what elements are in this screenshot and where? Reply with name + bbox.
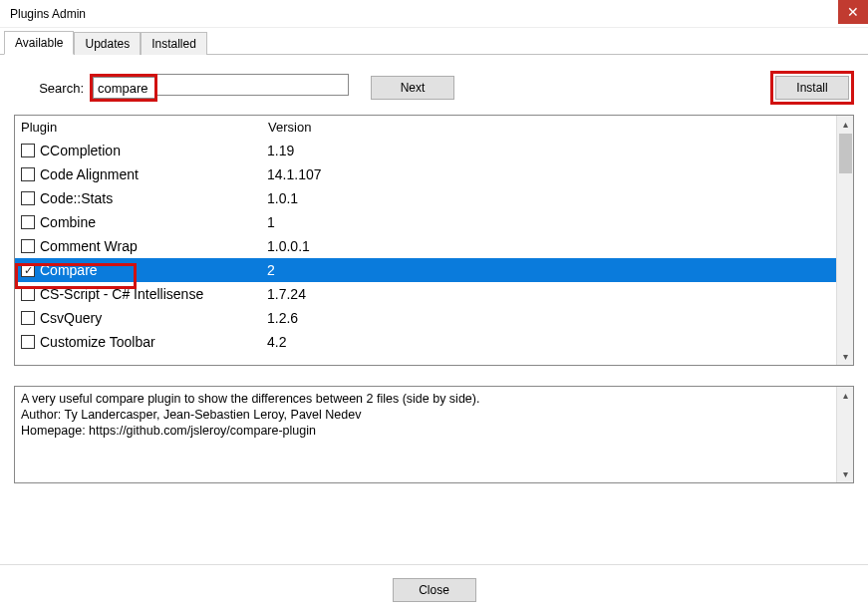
- checkbox-icon[interactable]: [21, 167, 35, 181]
- list-item-compare[interactable]: ✓ Compare 2: [15, 258, 836, 282]
- scroll-thumb[interactable]: [839, 134, 852, 173]
- scroll-down-icon[interactable]: ▾: [837, 348, 853, 365]
- checkbox-icon[interactable]: [21, 191, 35, 205]
- description-line: A very useful compare plugin to show the…: [21, 391, 830, 407]
- plugin-name: CCompletion: [40, 143, 267, 158]
- list-item[interactable]: CCompletion 1.19: [15, 139, 836, 162]
- plugin-name: Combine: [40, 214, 267, 230]
- description-box: A very useful compare plugin to show the…: [14, 386, 854, 483]
- list-header: Plugin Version: [15, 116, 836, 139]
- search-input[interactable]: [93, 77, 154, 99]
- description-line: Author: Ty Landercasper, Jean-Sebastien …: [21, 407, 830, 423]
- plugin-version: 2: [267, 262, 275, 278]
- list-item[interactable]: Code Alignment 14.1.107: [15, 162, 836, 186]
- list-item[interactable]: CsvQuery 1.2.6: [15, 306, 836, 330]
- window-close-button[interactable]: ✕: [838, 0, 868, 24]
- scroll-up-icon[interactable]: ▴: [837, 116, 853, 133]
- close-icon: ✕: [847, 4, 859, 20]
- checkbox-icon[interactable]: [21, 335, 35, 349]
- tab-installed[interactable]: Installed: [141, 32, 207, 55]
- header-plugin[interactable]: Plugin: [21, 120, 268, 135]
- list-item[interactable]: Comment Wrap 1.0.0.1: [15, 234, 836, 258]
- plugin-name: CsvQuery: [40, 310, 267, 326]
- plugin-version: 4.2: [267, 334, 286, 350]
- plugin-name: CS-Script - C# Intellisense: [40, 286, 267, 302]
- header-version[interactable]: Version: [268, 120, 832, 135]
- description-scrollbar[interactable]: ▴ ▾: [836, 387, 853, 482]
- checkbox-icon[interactable]: [21, 144, 35, 157]
- window-title: Plugins Admin: [10, 7, 86, 21]
- tab-updates[interactable]: Updates: [74, 32, 141, 55]
- plugin-name: Compare: [40, 262, 267, 278]
- checkbox-icon[interactable]: [21, 239, 35, 253]
- scroll-up-icon[interactable]: ▴: [837, 387, 853, 404]
- bottom-bar: Close: [0, 564, 868, 614]
- search-input-extension[interactable]: [157, 74, 349, 96]
- list-item[interactable]: Customize Toolbar 4.2: [15, 330, 836, 354]
- checkbox-icon[interactable]: [21, 311, 35, 325]
- close-button[interactable]: Close: [393, 578, 476, 602]
- tab-bar: Available Updates Installed: [0, 30, 868, 55]
- plugin-version: 14.1.107: [267, 166, 322, 182]
- plugin-version: 1.0.1: [267, 190, 298, 206]
- search-highlight: [90, 74, 157, 102]
- plugin-name: Customize Toolbar: [40, 334, 267, 350]
- title-bar: Plugins Admin: [0, 0, 868, 28]
- next-button[interactable]: Next: [371, 76, 454, 100]
- search-row: Search: Next Install: [0, 55, 868, 115]
- plugin-name: Code Alignment: [40, 166, 267, 182]
- plugin-version: 1.0.0.1: [267, 238, 310, 254]
- plugin-version: 1: [267, 214, 275, 230]
- install-button[interactable]: Install: [775, 76, 849, 100]
- plugin-version: 1.7.24: [267, 286, 306, 302]
- plugin-version: 1.19: [267, 143, 294, 158]
- list-item[interactable]: Combine 1: [15, 210, 836, 234]
- checkbox-icon[interactable]: ✓: [21, 263, 35, 277]
- plugin-name: Code::Stats: [40, 190, 267, 206]
- plugin-list: Plugin Version CCompletion 1.19 Code Ali…: [14, 115, 854, 366]
- plugin-name: Comment Wrap: [40, 238, 267, 254]
- search-label: Search:: [14, 81, 90, 96]
- tab-available[interactable]: Available: [4, 31, 74, 55]
- list-item[interactable]: Code::Stats 1.0.1: [15, 186, 836, 210]
- install-highlight: Install: [770, 71, 854, 105]
- list-item[interactable]: CS-Script - C# Intellisense 1.7.24: [15, 282, 836, 306]
- scroll-down-icon[interactable]: ▾: [837, 465, 853, 482]
- plugin-version: 1.2.6: [267, 310, 298, 326]
- description-line: Homepage: https://github.com/jsleroy/com…: [21, 423, 830, 439]
- checkbox-icon[interactable]: [21, 215, 35, 229]
- list-scrollbar[interactable]: ▴ ▾: [836, 116, 853, 365]
- checkbox-icon[interactable]: [21, 287, 35, 301]
